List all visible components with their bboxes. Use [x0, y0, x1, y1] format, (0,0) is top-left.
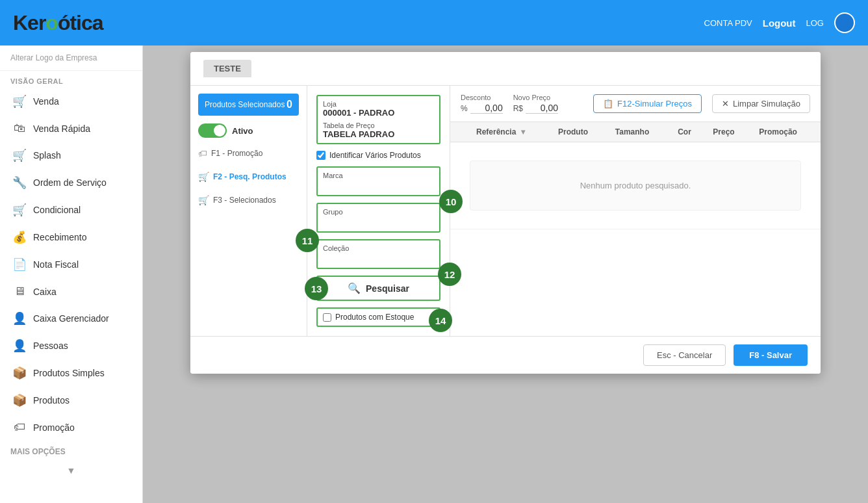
produtos-estoque-checkbox[interactable]: [323, 313, 331, 322]
splash-icon: 🛒: [12, 148, 27, 162]
venda-icon: 🛒: [12, 94, 27, 109]
colecao-field: Coleção: [316, 239, 440, 269]
header: Keroótica CONTA PDV Logout LOG 👤: [0, 0, 868, 45]
selected-count: 0: [287, 99, 292, 110]
left-panel: Produtos Selecionados 0 Ativo 🏷 F1 - Pro…: [190, 86, 307, 336]
sidebar-item-venda[interactable]: 🛒 Venda: [0, 88, 142, 115]
produtos-icon: 📦: [12, 393, 27, 407]
loja-label: Loja: [323, 100, 434, 108]
sidebar-item-label: Promoção: [33, 422, 75, 433]
sidebar-item-recebimento[interactable]: 💰 Recebimento: [0, 224, 142, 251]
table-header: Referência ▾ Produto Tamanho Cor Preço P…: [450, 122, 821, 142]
logout-button[interactable]: Logout: [763, 18, 796, 29]
sidebar-item-label: Caixa Gerenciador: [33, 313, 109, 324]
nav-f1[interactable]: 🏷 F1 - Promoção: [198, 146, 299, 161]
novo-preco-value: 0,00: [526, 103, 558, 114]
pesquisar-label: Pesquisar: [366, 283, 409, 294]
clear-simulation-button[interactable]: ✕ Limpar Simulação: [712, 94, 810, 113]
toggle-row: Ativo: [198, 123, 299, 138]
cor-header[interactable]: Cor: [671, 122, 706, 142]
empty-message: Nenhum produto pesquisado.: [470, 161, 801, 211]
save-button[interactable]: F8 - Salvar: [734, 344, 808, 366]
f12-icon: 📋: [603, 99, 613, 109]
caixa-gerenciador-icon: 👤: [12, 311, 27, 326]
table-body: Nenhum produto pesquisado.: [450, 142, 821, 229]
novo-preco-value-row: R$ 0,00: [513, 103, 558, 114]
nota-fiscal-icon: 📄: [12, 257, 27, 272]
grupo-input[interactable]: [323, 217, 434, 227]
desconto-field: Desconto % 0,00: [461, 94, 503, 114]
checkbox-col: [450, 122, 470, 142]
pesquisar-button[interactable]: 🔍 Pesquisar: [316, 276, 440, 301]
loja-tabela-field: Loja 000001 - PADRAO Tabela de Preço TAB…: [316, 95, 440, 144]
sidebar-item-promocao[interactable]: 🏷 Promoção: [0, 414, 142, 441]
sidebar-item-splash[interactable]: 🛒 Splash: [0, 142, 142, 169]
simulate-button[interactable]: 📋 F12-Simular Preços: [593, 94, 702, 113]
sidebar-item-condicional[interactable]: 🛒 Condicional: [0, 196, 142, 224]
ref-sort-icon: ▾: [521, 127, 525, 136]
identify-varios-row: Identificar Vários Produtos: [316, 151, 440, 160]
selected-products-label: Produtos Selecionados: [205, 100, 285, 109]
mais-opcoes-label[interactable]: MAIS OPÇÕES: [0, 441, 142, 463]
sidebar-item-venda-rapida[interactable]: 🛍 Venda Rápida: [0, 115, 142, 142]
conta-pdv-label: CONTA PDV: [704, 18, 752, 28]
produto-header[interactable]: Produto: [552, 122, 609, 142]
identify-varios-checkbox[interactable]: [316, 151, 326, 160]
log-label: LOG: [806, 18, 824, 28]
sidebar-item-ordem-servico[interactable]: 🔧 Ordem de Serviço: [0, 169, 142, 196]
f3-label: F3 - Selecionados: [213, 196, 276, 205]
ativo-toggle[interactable]: [198, 123, 227, 138]
sidebar-item-label: Recebimento: [33, 232, 87, 242]
desconto-label: Desconto: [461, 94, 503, 101]
pesquisar-wrap: 🔍 Pesquisar 13: [316, 276, 440, 301]
tamanho-header[interactable]: Tamanho: [609, 122, 671, 142]
dialog: TESTE Produtos Selecionados 0 Ativo 🏷 F1…: [190, 52, 821, 374]
f2-icon: 🛒: [198, 172, 209, 182]
simulate-label: F12-Simular Preços: [617, 99, 692, 109]
badge-12: 12: [438, 263, 461, 286]
cancel-button[interactable]: Esc - Cancelar: [643, 344, 726, 366]
clear-icon: ✕: [722, 99, 729, 109]
sidebar-item-produtos-simples[interactable]: 📦 Produtos Simples: [0, 359, 142, 387]
badge-10: 10: [439, 190, 463, 213]
sidebar-item-label: Nota Fiscal: [33, 259, 79, 270]
sidebar-item-caixa[interactable]: 🖥 Caixa: [0, 278, 142, 305]
promocao-header[interactable]: Promoção: [752, 122, 821, 142]
nav-f3[interactable]: 🛒 F3 - Selecionados: [198, 192, 299, 208]
f1-icon: 🏷: [198, 148, 207, 159]
sidebar-item-label: Ordem de Serviço: [33, 177, 107, 188]
desconto-value: 0,00: [470, 103, 503, 114]
sidebar-item-pessoas[interactable]: 👤 Pessoas: [0, 332, 142, 359]
marca-input[interactable]: [323, 181, 434, 190]
ref-header[interactable]: Referência ▾: [470, 122, 552, 142]
f1-label: F1 - Promoção: [211, 149, 262, 158]
grupo-field: Grupo: [316, 203, 440, 233]
nav-f2[interactable]: 🛒 F2 - Pesq. Produtos: [198, 169, 299, 185]
user-icon[interactable]: 👤: [834, 12, 855, 33]
scroll-down-arrow[interactable]: ▼: [0, 463, 142, 478]
sidebar-item-label: Pessoas: [33, 341, 68, 351]
sidebar-item-nota-fiscal[interactable]: 📄 Nota Fiscal: [0, 251, 142, 278]
dialog-tab[interactable]: TESTE: [203, 60, 251, 77]
loja-value: 000001 - PADRAO: [323, 108, 434, 118]
sidebar-item-label: Produtos: [33, 395, 70, 406]
selected-products-button[interactable]: Produtos Selecionados 0: [198, 94, 299, 116]
preco-header[interactable]: Preço: [706, 122, 752, 142]
tabela-label: Tabela de Preço: [323, 122, 434, 129]
right-panel: Desconto % 0,00 Novo Preço R$ 0,00: [450, 86, 821, 336]
novo-preco-prefix: R$: [513, 104, 523, 113]
colecao-input[interactable]: [323, 253, 434, 263]
marca-label: Marca: [323, 172, 434, 179]
table-area: Referência ▾ Produto Tamanho Cor Preço P…: [450, 122, 821, 336]
badge-14: 14: [429, 309, 452, 332]
middle-panel: Loja 000001 - PADRAO Tabela de Preço TAB…: [307, 86, 450, 336]
sidebar-item-produtos[interactable]: 📦 Produtos: [0, 387, 142, 414]
dialog-overlay: TESTE Produtos Selecionados 0 Ativo 🏷 F1…: [143, 45, 868, 503]
produtos-simples-icon: 📦: [12, 366, 27, 380]
desconto-prefix: %: [461, 104, 468, 113]
sidebar-item-label: Venda: [33, 96, 59, 107]
promocao-icon: 🏷: [12, 420, 27, 434]
badge-11: 11: [296, 229, 319, 252]
sidebar-item-label: Condicional: [33, 205, 81, 215]
sidebar-item-caixa-gerenciador[interactable]: 👤 Caixa Gerenciador: [0, 305, 142, 332]
